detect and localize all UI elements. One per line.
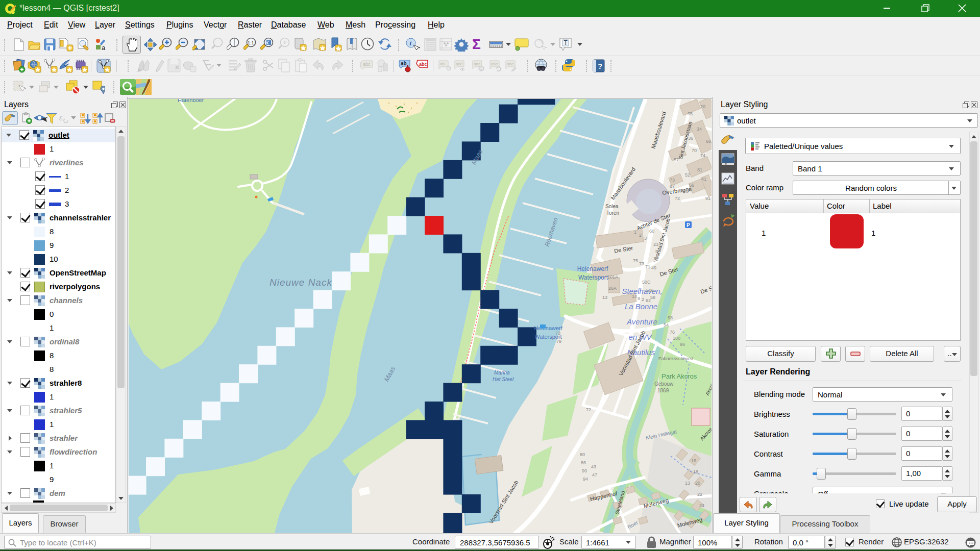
- svg-text:74: 74: [679, 188, 684, 193]
- svg-text:27: 27: [653, 256, 658, 261]
- svg-text:3: 3: [644, 236, 647, 241]
- svg-text:2: 2: [639, 233, 642, 238]
- svg-text:56: 56: [689, 183, 694, 188]
- svg-text:Aventure: Aventure: [626, 317, 657, 326]
- svg-text:73: 73: [639, 261, 644, 266]
- svg-text:90: 90: [582, 468, 587, 473]
- svg-text:41: 41: [701, 177, 706, 182]
- svg-text:58: 58: [668, 315, 673, 320]
- svg-text:Watersport: Watersport: [578, 274, 608, 281]
- svg-text:ab: ab: [401, 61, 407, 66]
- svg-text:73: 73: [555, 331, 560, 336]
- svg-text:72: 72: [675, 196, 680, 201]
- svg-text:16: 16: [691, 458, 696, 463]
- svg-text:96: 96: [680, 342, 685, 347]
- svg-text:81: 81: [697, 167, 702, 172]
- svg-text:23: 23: [653, 242, 658, 247]
- svg-text:49: 49: [651, 265, 656, 270]
- svg-text:Het Steel: Het Steel: [493, 377, 514, 382]
- svg-text:62: 62: [646, 298, 651, 303]
- svg-text:73: 73: [670, 178, 675, 183]
- svg-text:abc: abc: [363, 62, 371, 67]
- svg-text:20: 20: [700, 104, 705, 109]
- svg-text:Nieuwe Nack: Nieuwe Nack: [270, 277, 332, 288]
- svg-text:80: 80: [580, 452, 585, 457]
- svg-text:50C: 50C: [642, 280, 651, 285]
- svg-text:87: 87: [670, 184, 675, 189]
- svg-text:94: 94: [583, 477, 588, 482]
- svg-text:T: T: [564, 39, 568, 46]
- svg-text:58: 58: [650, 295, 655, 300]
- svg-text:13: 13: [685, 481, 690, 486]
- svg-text:ε: ε: [59, 113, 63, 122]
- svg-text:101A: 101A: [607, 274, 618, 280]
- svg-text:26A: 26A: [608, 286, 617, 291]
- svg-text:60: 60: [649, 229, 654, 234]
- svg-text:71: 71: [645, 264, 650, 269]
- svg-text:79: 79: [556, 339, 561, 344]
- svg-text:Gebouw: Gebouw: [654, 381, 674, 387]
- svg-text:1:1: 1:1: [248, 40, 254, 45]
- svg-text:34: 34: [697, 127, 702, 132]
- svg-text:36: 36: [688, 136, 693, 141]
- svg-text:24: 24: [699, 503, 704, 508]
- svg-text:43: 43: [591, 464, 596, 469]
- svg-text:91: 91: [705, 196, 710, 201]
- svg-text:1869: 1869: [657, 388, 669, 393]
- svg-text:22: 22: [697, 492, 702, 497]
- svg-text:18: 18: [693, 469, 698, 474]
- svg-text:86: 86: [581, 460, 586, 465]
- svg-text:abc: abc: [474, 62, 480, 66]
- svg-text:abc: abc: [491, 62, 498, 66]
- svg-text:i: i: [410, 39, 412, 47]
- svg-text:Steelhaven,: Steelhaven,: [622, 287, 662, 295]
- svg-text:47: 47: [592, 472, 597, 478]
- svg-text:76: 76: [670, 330, 675, 335]
- svg-text:Park Akcros: Park Akcros: [662, 372, 697, 380]
- svg-text:50E: 50E: [646, 288, 654, 293]
- svg-text:?: ?: [598, 62, 602, 70]
- svg-text:Hatenboer: Hatenboer: [178, 99, 204, 103]
- svg-text:70: 70: [692, 148, 697, 153]
- svg-text:Fabrieksschoorst: Fabrieksschoorst: [658, 356, 694, 361]
- svg-text:52: 52: [685, 172, 690, 178]
- svg-text:20: 20: [695, 481, 700, 486]
- svg-text:75: 75: [633, 258, 638, 263]
- svg-text:P: P: [687, 222, 690, 228]
- svg-text:54: 54: [664, 322, 669, 328]
- svg-text:a: a: [102, 44, 106, 51]
- svg-text:13: 13: [602, 295, 607, 300]
- svg-text:57: 57: [674, 157, 679, 162]
- svg-text:ab: ab: [440, 62, 445, 66]
- svg-text:100: 100: [673, 336, 680, 341]
- svg-text:La Bonne: La Bonne: [625, 302, 657, 311]
- svg-text:Solea: Solea: [605, 204, 619, 209]
- svg-text:abc: abc: [419, 62, 427, 67]
- svg-text:74: 74: [700, 153, 705, 158]
- svg-text:35: 35: [688, 111, 693, 116]
- svg-text:abc: abc: [507, 62, 513, 66]
- svg-text:14: 14: [632, 294, 637, 299]
- svg-text:1: 1: [634, 230, 636, 235]
- svg-text:Marina: Marina: [494, 370, 510, 375]
- svg-text:abc: abc: [456, 62, 462, 66]
- svg-text:Toren: Toren: [606, 210, 619, 216]
- svg-text:5: 5: [655, 249, 658, 254]
- svg-text:66: 66: [706, 139, 711, 144]
- svg-text:Helenawerf: Helenawerf: [577, 265, 608, 272]
- svg-text:72: 72: [586, 407, 591, 412]
- svg-text:8: 8: [638, 296, 640, 301]
- svg-text:2: 2: [642, 297, 644, 302]
